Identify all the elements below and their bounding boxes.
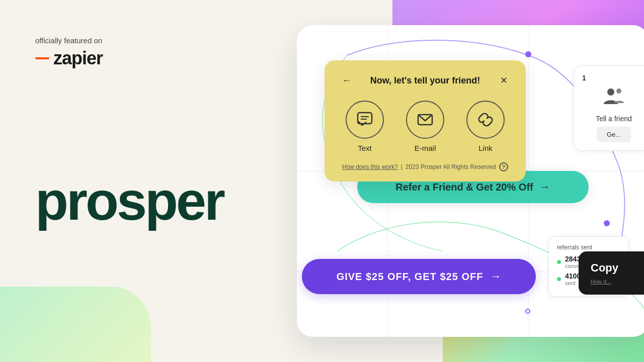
copy-link[interactable]: How d... xyxy=(591,279,644,285)
flow-dot-1 xyxy=(525,51,531,57)
zapier-logo: zapier xyxy=(35,48,103,69)
dialog-close-button[interactable]: ✕ xyxy=(496,72,512,88)
right-section: ← Now, let's tell your friend! ✕ xyxy=(252,0,644,362)
zapier-dash-icon xyxy=(35,57,49,59)
email-icon-circle xyxy=(406,101,444,139)
help-icon[interactable]: ? xyxy=(499,162,508,171)
teal-button-label: Refer a Friend & Get 20% Off xyxy=(395,182,533,193)
prosper-logo: prosper xyxy=(35,174,223,228)
svg-rect-4 xyxy=(358,113,372,124)
zapier-badge: officially featured on zapier xyxy=(35,36,103,69)
tell-friend-card: 1 Tell a friend Ge... xyxy=(574,65,644,151)
purple-button-label: GIVE $25 OFF, GET $25 OFF xyxy=(337,271,484,283)
stats-title: referrals sent xyxy=(557,244,620,251)
tell-friend-label: Tell a friend xyxy=(596,115,632,123)
text-icon-circle xyxy=(346,101,384,139)
svg-point-8 xyxy=(607,88,614,96)
tell-friend-icon xyxy=(603,86,625,111)
flow-dot-3 xyxy=(525,309,530,314)
copy-label: Copy xyxy=(591,261,644,275)
dialog-card: ← Now, let's tell your friend! ✕ xyxy=(325,60,526,182)
svg-point-9 xyxy=(616,88,621,94)
link-option-label: Link xyxy=(478,144,493,152)
ui-container: ← Now, let's tell your friend! ✕ xyxy=(297,25,644,337)
zapier-name: zapier xyxy=(53,48,103,69)
dialog-footer: How does this work? | 2023 Prosper All R… xyxy=(339,162,512,171)
email-option-label: E-mail xyxy=(415,144,436,152)
dialog-title: Now, let's tell your friend! xyxy=(355,75,496,86)
zapier-label: officially featured on xyxy=(35,36,102,45)
dialog-back-button[interactable]: ← xyxy=(339,72,355,88)
get-button[interactable]: Ge... xyxy=(597,127,631,142)
dialog-option-email[interactable]: E-mail xyxy=(406,101,444,152)
sent-dot xyxy=(557,277,561,281)
copy-card: Copy How d... xyxy=(579,251,644,295)
left-section: officially featured on zapier prosper xyxy=(0,0,267,362)
footer-copyright: 2023 Prosper All Rights Reserved xyxy=(406,163,496,170)
converted-dot xyxy=(557,260,561,264)
dialog-header: ← Now, let's tell your friend! ✕ xyxy=(339,72,512,88)
purple-arrow-icon: → xyxy=(490,270,501,283)
flow-dot-2 xyxy=(604,220,610,226)
purple-referral-button[interactable]: GIVE $25 OFF, GET $25 OFF → xyxy=(302,259,536,294)
footer-separator: | xyxy=(401,163,403,170)
dialog-option-text[interactable]: Text xyxy=(346,101,384,152)
step-number: 1 xyxy=(582,74,586,82)
link-icon-circle xyxy=(466,101,505,139)
teal-arrow-icon: → xyxy=(539,180,550,194)
how-does-this-work-link[interactable]: How does this work? xyxy=(342,163,398,170)
text-option-label: Text xyxy=(358,144,372,152)
dialog-option-link[interactable]: Link xyxy=(466,101,505,152)
dialog-options: Text E-mail xyxy=(339,101,512,152)
